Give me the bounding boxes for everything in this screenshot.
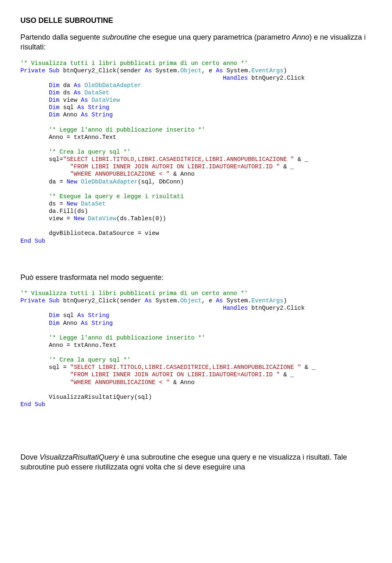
code-block-1: '* Visualizza tutti i libri pubblicati p… — [20, 60, 372, 245]
italic-word-subname: VisualizzaRisultatiQuery — [40, 453, 119, 461]
italic-word-anno: Anno — [292, 33, 309, 41]
intro-paragraph: Partendo dalla seguente subroutine che e… — [20, 32, 372, 52]
italic-word-subroutine: subroutine — [102, 33, 136, 41]
code-block-2: '* Visualizza tutti i libri pubblicati p… — [20, 290, 372, 408]
outro-paragraph: Dove VisualizzaRisultatiQuery è una subr… — [20, 452, 372, 472]
page-heading: USO DELLE SUBROUTINE — [20, 16, 372, 25]
mid-paragraph: Può essere trasformata nel modo seguente… — [20, 273, 372, 282]
